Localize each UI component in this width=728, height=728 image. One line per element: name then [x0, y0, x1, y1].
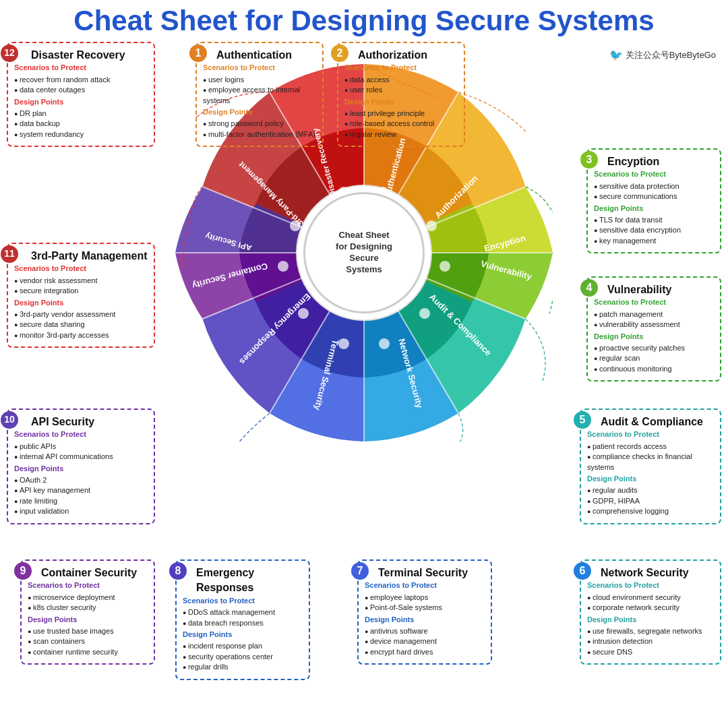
title-6: Network Security — [601, 567, 689, 578]
s10-design: OAuth 2 API key management rate limiting… — [14, 475, 148, 517]
list-item: cloud environment security — [587, 593, 714, 603]
list-item: internal API communications — [14, 452, 148, 462]
s12-design: DR plan data backup system redundancy — [14, 109, 148, 140]
title-8: Emergency Responses — [196, 567, 254, 593]
s3-design-label: Design Points — [594, 204, 714, 214]
list-item: public APIs — [14, 442, 148, 452]
list-item: secure data sharing — [14, 320, 148, 330]
list-item: regular drills — [183, 662, 303, 672]
s4-scenarios-label: Scenarios to Protect — [594, 297, 714, 307]
title-5: Audit & Compliance — [601, 416, 703, 427]
brand-label: 🐦 关注公众号ByteByteGo — [609, 49, 716, 61]
list-item: rate limiting — [14, 496, 148, 506]
s11-scenarios-label: Scenarios to Protect — [14, 264, 148, 274]
s12-scenarios-label: Scenarios to Protect — [14, 63, 148, 73]
title-1: Authentication — [216, 49, 292, 61]
s8-scenarios-label: Scenarios to Protect — [183, 596, 303, 606]
list-item: strong password policy — [203, 119, 316, 129]
s7-design-label: Design Points — [365, 615, 485, 625]
list-item: microservice deployment — [28, 593, 148, 603]
list-item: system redundancy — [14, 129, 148, 140]
list-item: regular scan — [594, 353, 714, 363]
center-text: Cheat Sheetfor DesigningSecureSystems — [336, 230, 392, 276]
s12-scenarios: recover from random attack data center o… — [14, 75, 148, 96]
s10-design-label: Design Points — [14, 464, 148, 474]
list-item: compliance checks in financial systems — [587, 452, 714, 473]
title-4: Vulnerability — [607, 284, 671, 295]
list-item: incident response plan — [183, 641, 303, 651]
s1-design: strong password policy multi-factor auth… — [203, 119, 316, 140]
list-item: employee access to internal systems — [203, 85, 316, 106]
s12-design-label: Design Points — [14, 97, 148, 107]
s2-scenarios: data access user roles — [344, 75, 458, 96]
s2-design-label: Design Points — [344, 97, 458, 107]
section-api: 10 API Security Scenarios to Protect pub… — [7, 408, 155, 524]
wheel-center: Cheat Sheetfor DesigningSecureSystems — [303, 192, 425, 313]
svg-point-31 — [439, 261, 450, 272]
s6-scenarios: cloud environment security corporate net… — [587, 593, 714, 613]
svg-point-37 — [290, 220, 301, 231]
s3-scenarios-label: Scenarios to Protect — [594, 169, 714, 179]
list-item: employee laptops — [365, 593, 485, 603]
s5-scenarios: patient records access compliance checks… — [587, 442, 714, 473]
s1-scenarios: user logins employee access to internal … — [203, 75, 316, 106]
s9-scenarios-label: Scenarios to Protect — [28, 580, 148, 590]
section-emergency: 8 Emergency Responses Scenarios to Prote… — [175, 559, 310, 680]
title-text: Cheat Sheet for Designing Secure Systems — [73, 5, 654, 36]
s1-scenarios-label: Scenarios to Protect — [203, 63, 316, 73]
list-item: 3rd-party vendor assessment — [14, 309, 148, 320]
title-12: Disaster Recovery — [31, 49, 125, 61]
title-2: Authorization — [358, 49, 427, 61]
title-3: Encyption — [607, 156, 659, 167]
s5-scenarios-label: Scenarios to Protect — [587, 429, 714, 439]
s7-scenarios-label: Scenarios to Protect — [365, 580, 485, 590]
s6-design-label: Design Points — [587, 615, 714, 625]
list-item: device management — [365, 636, 485, 646]
svg-point-33 — [379, 338, 390, 349]
main-title: Cheat Sheet for Designing Secure Systems — [7, 5, 721, 36]
brand-text: 关注公众号ByteByteGo — [626, 49, 716, 61]
list-item: proactive security patches — [594, 343, 714, 353]
s2-scenarios-label: Scenarios to Protect — [344, 63, 458, 73]
list-item: patch management — [594, 309, 714, 320]
list-item: GDPR, HIPAA — [587, 496, 714, 506]
s9-scenarios: microservice deployment k8s cluster secu… — [28, 593, 148, 613]
section-3rd-party: 11 3rd-Party Management Scenarios to Pro… — [7, 243, 155, 348]
title-11: 3rd-Party Management — [31, 250, 148, 262]
list-item: use trusted base images — [28, 626, 148, 636]
list-item: corporate network security — [587, 603, 714, 613]
section-audit: 5 Audit & Compliance Scenarios to Protec… — [580, 408, 721, 524]
list-item: monitor 3rd-party accesses — [14, 330, 148, 340]
list-item: OAuth 2 — [14, 475, 148, 485]
list-item: Point-of-Sale systems — [365, 603, 485, 613]
num-6: 6 — [574, 562, 591, 580]
s11-design: 3rd-party vendor assessment secure data … — [14, 309, 148, 340]
s6-design: use firewalls, segregate networks intrus… — [587, 626, 714, 657]
s1-design-label: Design Points — [203, 107, 316, 117]
section-vulnerability: 4 Vulnerability Scenarios to Protect pat… — [586, 276, 721, 382]
list-item: TLS for data transit — [594, 215, 714, 225]
s4-design-label: Design Points — [594, 332, 714, 342]
list-item: least privilege principle — [344, 109, 458, 119]
num-8: 8 — [169, 562, 187, 580]
section-authorization: 2 Authorization Scenarios to Protect dat… — [337, 42, 465, 147]
list-item: data access — [344, 75, 458, 85]
list-item: continuous monitoring — [594, 364, 714, 374]
list-item: encrypt hard drives — [365, 647, 485, 657]
num-12: 12 — [1, 44, 18, 62]
list-item: user roles — [344, 85, 458, 95]
section-container: 9 Container Security Scenarios to Protec… — [20, 559, 155, 665]
list-item: API key management — [14, 485, 148, 495]
list-item: multi-factor authentication (MFA) — [203, 129, 316, 140]
s3-design: TLS for data transit sensitive data encr… — [594, 215, 714, 246]
s11-scenarios: vendor risk assessment secure integratio… — [14, 276, 148, 297]
list-item: vulnerability assessment — [594, 320, 714, 330]
list-item: vendor risk assessment — [14, 276, 148, 286]
list-item: key management — [594, 236, 714, 246]
num-5: 5 — [574, 411, 591, 429]
section-authentication: 1 Authentication Scenarios to Protect us… — [195, 42, 324, 147]
list-item: container runtime security — [28, 647, 148, 657]
s4-scenarios: patch management vulnerability assessmen… — [594, 309, 714, 330]
s5-design-label: Design Points — [587, 474, 714, 484]
title-10: API Security — [31, 416, 94, 427]
